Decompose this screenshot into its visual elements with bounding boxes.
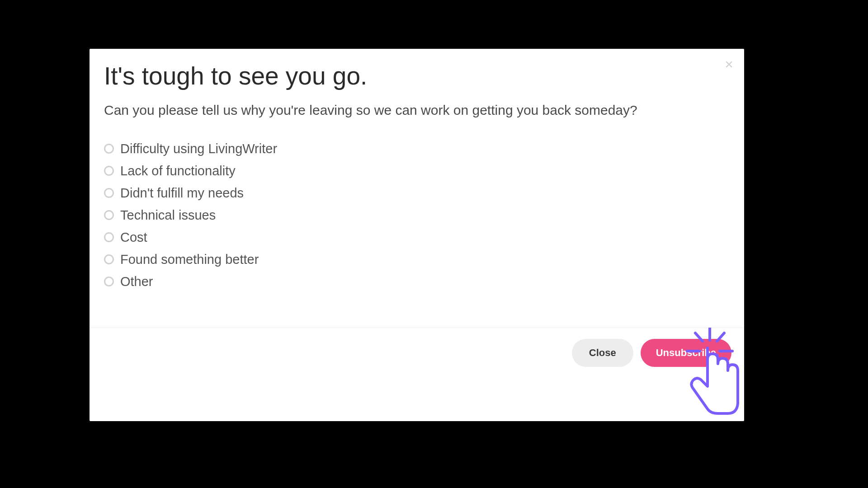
radio-icon — [104, 166, 114, 176]
modal-header: It's tough to see you go. × — [90, 49, 744, 90]
reason-label: Technical issues — [120, 208, 216, 223]
close-button[interactable]: Close — [572, 339, 633, 367]
modal-footer: Close Unsubscribe — [90, 328, 744, 421]
reason-option[interactable]: Lack of functionality — [104, 164, 730, 178]
radio-icon — [104, 210, 114, 220]
reason-option[interactable]: Difficulty using LivingWriter — [104, 141, 730, 156]
reason-option[interactable]: Other — [104, 274, 730, 289]
reason-label: Cost — [120, 230, 147, 245]
reason-option-list: Difficulty using LivingWriter Lack of fu… — [104, 141, 730, 289]
unsubscribe-modal: It's tough to see you go. × Can you plea… — [90, 49, 744, 421]
radio-icon — [104, 188, 114, 198]
reason-option[interactable]: Technical issues — [104, 208, 730, 223]
reason-label: Other — [120, 274, 153, 289]
radio-icon — [104, 232, 114, 242]
reason-label: Didn't fulfill my needs — [120, 186, 244, 201]
radio-icon — [104, 254, 114, 264]
radio-icon — [104, 277, 114, 286]
modal-body: Can you please tell us why you're leavin… — [90, 90, 744, 328]
close-icon[interactable]: × — [725, 57, 733, 71]
reason-label: Lack of functionality — [120, 164, 236, 178]
reason-option[interactable]: Cost — [104, 230, 730, 245]
reason-label: Found something better — [120, 252, 259, 267]
reason-label: Difficulty using LivingWriter — [120, 141, 277, 156]
reason-option[interactable]: Found something better — [104, 252, 730, 267]
unsubscribe-button[interactable]: Unsubscribe — [641, 339, 731, 367]
modal-title: It's tough to see you go. — [104, 61, 730, 90]
reason-option[interactable]: Didn't fulfill my needs — [104, 186, 730, 201]
radio-icon — [104, 144, 114, 154]
modal-subtitle: Can you please tell us why you're leavin… — [104, 101, 730, 120]
